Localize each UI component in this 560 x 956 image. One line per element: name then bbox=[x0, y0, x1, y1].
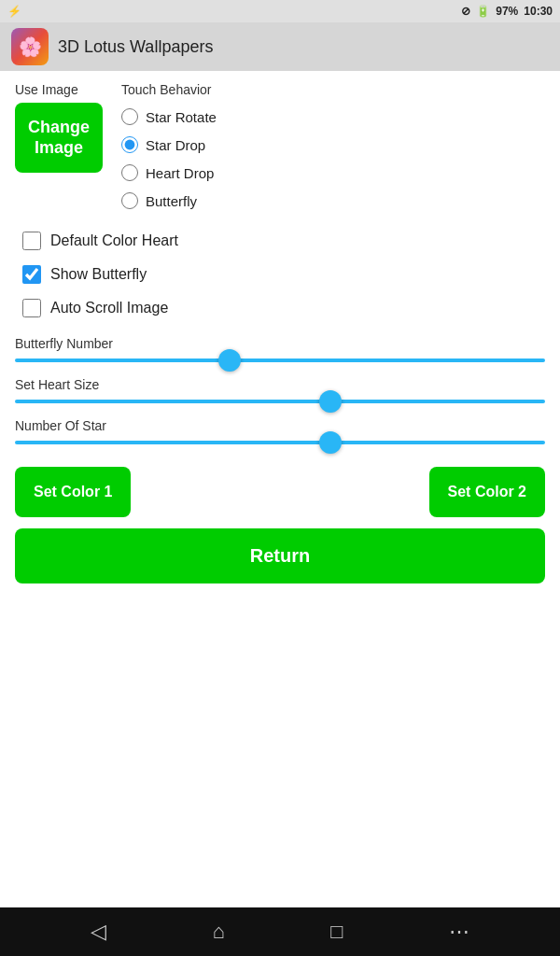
app-emoji: 🌸 bbox=[19, 35, 42, 58]
return-button[interactable]: Return bbox=[15, 528, 545, 583]
checkbox-show-butterfly[interactable] bbox=[22, 265, 41, 284]
status-left: ⚡ bbox=[7, 5, 21, 18]
status-right: ⊘ 🔋 97% 10:30 bbox=[461, 5, 553, 18]
battery-percentage: 97% bbox=[496, 5, 518, 18]
slider-group-number-of-star: Number Of Star bbox=[15, 418, 545, 444]
radio-label-star-rotate: Star Rotate bbox=[146, 109, 217, 125]
time-display: 10:30 bbox=[524, 5, 553, 18]
checkbox-option-auto-scroll-image[interactable]: Auto Scroll Image bbox=[22, 299, 545, 317]
radio-option-heart-drop[interactable]: Heart Drop bbox=[121, 161, 217, 185]
checkboxes-section: Default Color Heart Show Butterfly Auto … bbox=[15, 232, 545, 317]
use-image-label: Use Image bbox=[15, 82, 78, 97]
use-image-section: Use Image ChangeImage bbox=[15, 82, 103, 173]
sliders-section: Butterfly Number Set Heart Size Number O… bbox=[15, 336, 545, 444]
usb-icon: ⚡ bbox=[7, 5, 21, 18]
radio-option-star-rotate[interactable]: Star Rotate bbox=[121, 105, 217, 129]
change-image-button[interactable]: ChangeImage bbox=[15, 103, 103, 173]
app-icon: 🌸 bbox=[11, 28, 49, 65]
set-color-2-button[interactable]: Set Color 2 bbox=[429, 467, 545, 517]
back-nav-icon[interactable]: ◁ bbox=[91, 920, 106, 944]
checkbox-label-auto-scroll-image: Auto Scroll Image bbox=[50, 300, 168, 316]
top-section: Use Image ChangeImage Touch Behavior Sta… bbox=[15, 82, 545, 213]
home-nav-icon[interactable]: ⌂ bbox=[212, 920, 224, 944]
color-buttons-row: Set Color 1 Set Color 2 bbox=[15, 467, 545, 517]
slider-group-set-heart-size: Set Heart Size bbox=[15, 377, 545, 403]
app-title: 3D Lotus Wallpapers bbox=[58, 37, 213, 57]
slider-butterfly-number[interactable] bbox=[15, 358, 545, 362]
touch-behavior-section: Touch Behavior Star Rotate Star Drop Hea… bbox=[121, 82, 217, 213]
touch-behavior-label: Touch Behavior bbox=[121, 82, 217, 97]
block-icon: ⊘ bbox=[461, 5, 470, 18]
set-color-1-button[interactable]: Set Color 1 bbox=[15, 467, 131, 517]
checkbox-option-default-color-heart[interactable]: Default Color Heart bbox=[22, 232, 545, 250]
checkbox-option-show-butterfly[interactable]: Show Butterfly bbox=[22, 265, 545, 284]
battery-icon: 🔋 bbox=[476, 5, 490, 18]
radio-option-butterfly[interactable]: Butterfly bbox=[121, 189, 217, 213]
recents-nav-icon[interactable]: □ bbox=[330, 920, 343, 944]
radio-label-star-drop: Star Drop bbox=[146, 137, 205, 153]
title-bar: 🌸 3D Lotus Wallpapers bbox=[0, 22, 560, 71]
main-content: Use Image ChangeImage Touch Behavior Sta… bbox=[0, 71, 560, 907]
checkbox-label-show-butterfly: Show Butterfly bbox=[50, 266, 147, 283]
radio-butterfly[interactable] bbox=[121, 192, 138, 209]
slider-group-butterfly-number: Butterfly Number bbox=[15, 336, 545, 362]
slider-set-heart-size[interactable] bbox=[15, 400, 545, 403]
radio-heart-drop[interactable] bbox=[121, 164, 138, 181]
checkbox-default-color-heart[interactable] bbox=[22, 232, 41, 250]
more-nav-icon[interactable]: ⋯ bbox=[449, 920, 469, 944]
radio-label-butterfly: Butterfly bbox=[146, 193, 197, 209]
slider-number-of-star[interactable] bbox=[15, 441, 545, 444]
radio-star-rotate[interactable] bbox=[121, 108, 138, 125]
radio-option-star-drop[interactable]: Star Drop bbox=[121, 133, 217, 157]
radio-label-heart-drop: Heart Drop bbox=[146, 165, 214, 181]
radio-star-drop[interactable] bbox=[121, 136, 138, 153]
bottom-nav-bar: ◁ ⌂ □ ⋯ bbox=[0, 907, 560, 956]
checkbox-label-default-color-heart: Default Color Heart bbox=[50, 232, 178, 249]
checkbox-auto-scroll-image[interactable] bbox=[22, 299, 41, 317]
status-bar: ⚡ ⊘ 🔋 97% 10:30 bbox=[0, 0, 560, 22]
